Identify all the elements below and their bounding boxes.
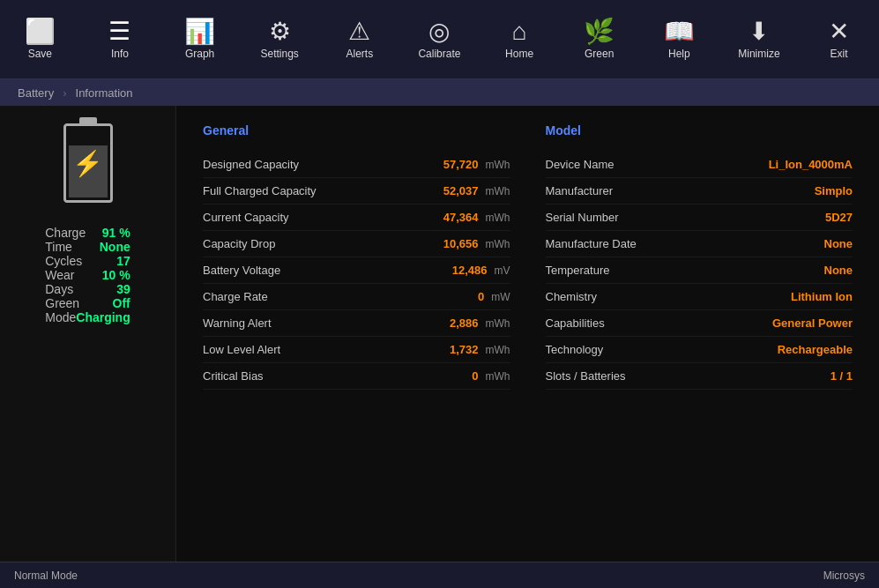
sidebar: ⚡ Charge91 %TimeNoneCycles17Wear10 %Days…	[0, 106, 176, 562]
info-label: Current Capacity	[203, 211, 289, 224]
info-value-wrap: 57,720mWh	[443, 158, 510, 171]
info-row-temperature: TemperatureNone	[546, 257, 853, 284]
info-unit: mWh	[486, 238, 510, 250]
sidebar-value-green: Off	[113, 296, 130, 310]
info-icon: ☰	[108, 19, 130, 44]
sidebar-row-green: GreenOff	[27, 296, 147, 310]
info-value-wrap: 0mW	[478, 290, 510, 303]
info-number: 57,720	[443, 158, 479, 171]
info-unit: mWh	[486, 370, 510, 383]
toolbar-item-save[interactable]: ⬜Save	[4, 4, 75, 75]
info-value-string: Lithium Ion	[791, 290, 853, 303]
sidebar-value-time: None	[100, 240, 130, 254]
info-label: Slots / Batteries	[546, 369, 626, 383]
info-value-wrap: 52,037mWh	[443, 184, 510, 197]
sidebar-row-cycles: Cycles17	[27, 254, 147, 268]
toolbar-item-info[interactable]: ☰Info	[85, 4, 155, 75]
info-right-title: Model	[546, 123, 853, 141]
info-value-string: Simplo	[815, 184, 853, 197]
toolbar-item-help[interactable]: 📖Help	[644, 4, 714, 75]
info-label: Manufacturer	[546, 184, 614, 197]
info-label: Temperature	[546, 264, 610, 277]
toolbar-item-calibrate[interactable]: ◎Calibrate	[404, 4, 474, 75]
toolbar-label-info: Info	[111, 48, 129, 60]
info-value-string: General Power	[772, 316, 853, 330]
toolbar-label-graph: Graph	[185, 48, 214, 60]
settings-icon: ⚙	[269, 19, 291, 44]
info-value-wrap: 0mWh	[472, 369, 510, 383]
info-label: Serial Number	[546, 211, 619, 224]
info-value-string: Rechargeable	[778, 343, 853, 356]
info-label: Designed Capacity	[203, 158, 299, 171]
toolbar-label-help: Help	[668, 48, 690, 60]
info-value-string: 1 / 1	[831, 369, 853, 383]
green-icon: 🌿	[584, 19, 615, 44]
info-value-string: Li_Ion_4000mA	[769, 158, 853, 171]
info-row-technology: TechnologyRechargeable	[546, 337, 853, 363]
info-label: Capacity Drop	[203, 237, 275, 250]
sidebar-row-days: Days39	[27, 282, 147, 296]
info-number: 1,732	[450, 343, 479, 356]
info-value-wrap: 2,886mWh	[450, 316, 510, 330]
info-label: Capabilities	[546, 316, 605, 330]
info-label: Device Name	[546, 158, 615, 171]
main-content: ⚡ Charge91 %TimeNoneCycles17Wear10 %Days…	[0, 106, 879, 562]
statusbar-right: Microsys	[823, 569, 865, 582]
info-row-critical-bias: Critical Bias0mWh	[203, 363, 510, 390]
info-label: Low Level Alert	[203, 343, 280, 356]
toolbar-item-settings[interactable]: ⚙Settings	[244, 4, 315, 75]
breadcrumb-information: Information	[76, 86, 133, 100]
toolbar-item-green[interactable]: 🌿Green	[564, 4, 635, 75]
help-icon: 📖	[664, 19, 695, 44]
info-row-manufacturer: ManufacturerSimplo	[546, 178, 853, 205]
statusbar-left: Normal Mode	[14, 569, 78, 582]
info-unit: mWh	[486, 185, 510, 197]
info-label: Battery Voltage	[203, 264, 280, 277]
sidebar-label-days: Days	[45, 282, 73, 296]
toolbar-item-home[interactable]: ⌂Home	[484, 4, 555, 75]
info-unit: mW	[491, 291, 510, 303]
info-row-battery-voltage: Battery Voltage12,486mV	[203, 257, 510, 284]
info-value-wrap: 47,364mWh	[443, 211, 510, 224]
info-number: 0	[478, 290, 484, 303]
alerts-icon: ⚠	[348, 19, 370, 44]
sidebar-value-charge: 91 %	[102, 226, 130, 240]
info-unit: mWh	[486, 317, 510, 330]
toolbar-label-exit: Exit	[831, 48, 848, 60]
calibrate-icon: ◎	[428, 19, 450, 44]
toolbar-label-alerts: Alerts	[346, 48, 373, 60]
battery-bolt-icon: ⚡	[72, 149, 103, 178]
sidebar-value-wear: 10 %	[102, 268, 130, 282]
info-value-string: 5D27	[825, 211, 853, 224]
info-value-wrap: 12,486mV	[452, 264, 510, 277]
info-number: 2,886	[450, 316, 479, 330]
info-row-capabilities: CapabilitiesGeneral Power	[546, 310, 853, 337]
toolbar-item-exit[interactable]: ✕Exit	[804, 4, 875, 75]
toolbar-label-calibrate: Calibrate	[418, 48, 460, 60]
info-number: 0	[472, 369, 478, 383]
sidebar-row-time: TimeNone	[27, 240, 147, 254]
info-label: Technology	[546, 343, 604, 356]
info-unit: mWh	[486, 159, 510, 171]
info-value-wrap: 10,656mWh	[443, 237, 510, 250]
toolbar-item-minimize[interactable]: ⬇Minimize	[724, 4, 794, 75]
info-label: Warning Alert	[203, 316, 272, 330]
info-row-full-charged-capacity: Full Charged Capacity52,037mWh	[203, 178, 510, 205]
sidebar-row-wear: Wear10 %	[27, 268, 147, 282]
info-row-warning-alert: Warning Alert2,886mWh	[203, 310, 510, 337]
sidebar-rows: Charge91 %TimeNoneCycles17Wear10 %Days39…	[27, 226, 147, 324]
info-value-wrap: 1,732mWh	[450, 343, 510, 356]
info-label: Full Charged Capacity	[203, 184, 317, 197]
info-row-charge-rate: Charge Rate0mW	[203, 284, 510, 310]
toolbar-item-graph[interactable]: 📊Graph	[165, 4, 235, 75]
save-icon: ⬜	[25, 19, 56, 44]
toolbar-label-green: Green	[585, 48, 614, 60]
info-row-manufacture-date: Manufacture DateNone	[546, 231, 853, 257]
info-value-string: None	[824, 237, 853, 250]
toolbar-item-alerts[interactable]: ⚠Alerts	[324, 4, 395, 75]
info-right: Model Device NameLi_Ion_4000mAManufactur…	[546, 123, 853, 390]
sidebar-value-days: 39	[116, 282, 130, 296]
info-unit: mWh	[486, 212, 510, 224]
toolbar-label-settings: Settings	[261, 48, 299, 60]
toolbar-label-save: Save	[28, 48, 52, 60]
